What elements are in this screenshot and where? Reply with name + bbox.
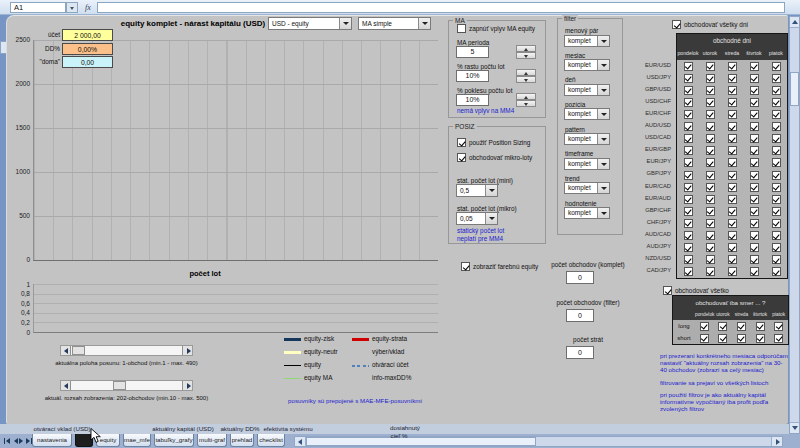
day-checkbox[interactable]	[750, 207, 759, 216]
day-checkbox[interactable]	[684, 207, 693, 216]
day-checkbox[interactable]	[684, 74, 693, 83]
sheet-tab-mae_mfe[interactable]: mae_mfe	[123, 434, 151, 447]
day-checkbox[interactable]	[728, 134, 737, 143]
day-checkbox[interactable]	[706, 98, 715, 107]
direction-day-checkbox[interactable]	[774, 334, 783, 343]
day-checkbox[interactable]	[728, 183, 737, 192]
sheet-tab-nastavenia[interactable]: nastavenia	[32, 434, 72, 447]
day-checkbox[interactable]	[772, 158, 781, 167]
dropdown-arrow-icon[interactable]	[597, 60, 609, 70]
day-checkbox[interactable]	[772, 98, 781, 107]
name-box-dropdown-icon[interactable]	[66, 2, 78, 13]
filter-select[interactable]: komplet	[564, 108, 610, 120]
ma-field-spinner[interactable]	[516, 69, 536, 83]
day-checkbox[interactable]	[684, 98, 693, 107]
direction-day-checkbox[interactable]	[718, 322, 727, 331]
filter-select[interactable]: komplet	[564, 84, 610, 96]
day-checkbox[interactable]	[772, 134, 781, 143]
day-checkbox[interactable]	[706, 74, 715, 83]
spinner-down-button[interactable]	[516, 52, 536, 59]
day-checkbox[interactable]	[750, 134, 759, 143]
legend-note-link[interactable]: posuvníky sú prepojené s MAE-MFE-posuvní…	[282, 397, 428, 404]
day-checkbox[interactable]	[772, 219, 781, 228]
vertical-scrollbar[interactable]	[789, 16, 800, 434]
day-checkbox[interactable]	[772, 243, 781, 252]
day-checkbox[interactable]	[728, 207, 737, 216]
lot-size-select[interactable]: 0,05	[456, 212, 498, 225]
posiz-note-link[interactable]: neplatí pre MM4	[457, 235, 503, 242]
filter-select[interactable]: komplet	[564, 207, 610, 219]
ma-field-spinner[interactable]	[516, 93, 536, 107]
day-checkbox[interactable]	[772, 146, 781, 155]
day-checkbox[interactable]	[706, 207, 715, 216]
day-checkbox[interactable]	[684, 183, 693, 192]
hscroll-thumb[interactable]	[306, 437, 536, 446]
filter-select[interactable]: komplet	[564, 35, 610, 47]
day-checkbox[interactable]	[706, 231, 715, 240]
horizontal-scrollbar[interactable]	[294, 436, 783, 447]
slider-thumb[interactable]	[113, 381, 126, 390]
direction-day-checkbox[interactable]	[756, 322, 765, 331]
day-checkbox[interactable]	[706, 134, 715, 143]
day-checkbox[interactable]	[684, 62, 693, 71]
direction-day-checkbox[interactable]	[718, 334, 727, 343]
day-checkbox[interactable]	[706, 122, 715, 131]
dropdown-arrow-icon[interactable]	[485, 213, 497, 224]
day-checkbox[interactable]	[706, 183, 715, 192]
scroll-left-icon[interactable]	[295, 437, 306, 446]
filter-select[interactable]: komplet	[564, 133, 610, 145]
day-checkbox[interactable]	[750, 183, 759, 192]
day-checkbox[interactable]	[728, 231, 737, 240]
day-checkbox[interactable]	[772, 122, 781, 131]
day-checkbox[interactable]	[706, 219, 715, 228]
slider-left-arrow-icon[interactable]	[61, 381, 71, 390]
day-checkbox[interactable]	[750, 231, 759, 240]
day-checkbox[interactable]	[772, 74, 781, 83]
scroll-right-icon[interactable]	[771, 437, 782, 446]
day-checkbox[interactable]	[750, 122, 759, 131]
day-checkbox[interactable]	[684, 86, 693, 95]
spinner-down-button[interactable]	[516, 76, 536, 83]
day-checkbox[interactable]	[706, 243, 715, 252]
day-checkbox[interactable]	[684, 158, 693, 167]
show-colored-equity-checkbox[interactable]	[461, 262, 470, 271]
posiz-toggle-checkbox[interactable]	[457, 138, 466, 147]
day-checkbox[interactable]	[684, 255, 693, 264]
day-checkbox[interactable]	[728, 195, 737, 204]
name-box[interactable]: A1	[10, 2, 66, 13]
sheet-tab-checklist[interactable]: checklist	[257, 434, 285, 447]
direction-day-checkbox[interactable]	[737, 322, 746, 331]
ma-toggle-checkbox[interactable]	[457, 24, 466, 33]
day-checkbox[interactable]	[728, 146, 737, 155]
day-checkbox[interactable]	[728, 122, 737, 131]
day-checkbox[interactable]	[706, 171, 715, 180]
day-checkbox[interactable]	[750, 219, 759, 228]
day-checkbox[interactable]	[706, 255, 715, 264]
day-checkbox[interactable]	[750, 146, 759, 155]
day-checkbox[interactable]	[750, 171, 759, 180]
day-checkbox[interactable]	[772, 62, 781, 71]
insert-function-icon[interactable]: fx	[85, 3, 91, 12]
day-checkbox[interactable]	[684, 267, 693, 276]
day-checkbox[interactable]	[684, 122, 693, 131]
day-checkbox[interactable]	[706, 195, 715, 204]
day-checkbox[interactable]	[728, 62, 737, 71]
day-checkbox[interactable]	[728, 110, 737, 119]
day-checkbox[interactable]	[684, 195, 693, 204]
day-checkbox[interactable]	[772, 183, 781, 192]
day-checkbox[interactable]	[750, 267, 759, 276]
day-checkbox[interactable]	[772, 171, 781, 180]
direction-day-checkbox[interactable]	[756, 334, 765, 343]
posiz-toggle-checkbox[interactable]	[457, 153, 466, 162]
day-checkbox[interactable]	[772, 86, 781, 95]
dropdown-arrow-icon[interactable]	[597, 208, 609, 218]
ma-field-input[interactable]: 10%	[456, 94, 489, 106]
day-checkbox[interactable]	[750, 98, 759, 107]
dropdown-arrow-icon[interactable]	[418, 18, 430, 29]
day-checkbox[interactable]	[684, 231, 693, 240]
day-checkbox[interactable]	[706, 267, 715, 276]
formula-bar[interactable]	[97, 2, 785, 13]
day-checkbox[interactable]	[706, 146, 715, 155]
day-checkbox[interactable]	[728, 171, 737, 180]
day-checkbox[interactable]	[750, 110, 759, 119]
